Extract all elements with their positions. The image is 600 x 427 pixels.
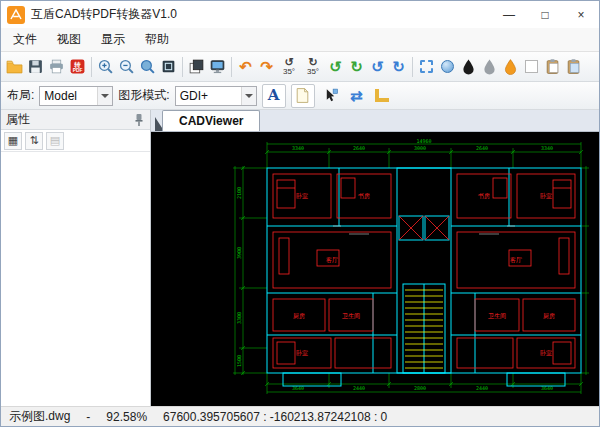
cad-canvas[interactable]: 14960 3340 2640 3000 2640 3340 3640 2440… xyxy=(151,132,599,406)
save-button[interactable] xyxy=(25,54,46,80)
close-button[interactable]: × xyxy=(563,1,599,28)
orange-drop-icon xyxy=(502,58,519,75)
circle-tool-button[interactable] xyxy=(437,54,458,80)
tab-label: CADViewer xyxy=(179,114,243,128)
dimension-label: 3340 xyxy=(292,145,304,151)
status-separator: - xyxy=(86,410,90,424)
rotate-right-label: 35° xyxy=(307,68,319,76)
walls xyxy=(267,168,581,386)
toolbar-separator xyxy=(91,57,92,77)
page-icon xyxy=(294,87,311,104)
toolbar-separator xyxy=(231,57,232,77)
redo-button[interactable]: ↷ xyxy=(256,54,277,80)
fit-window-button[interactable] xyxy=(158,54,179,80)
alphabetic-sort-button[interactable]: ⇅ xyxy=(25,132,43,150)
categorized-view-button[interactable]: ▦ xyxy=(4,132,22,150)
room-label: 卧室 xyxy=(296,349,308,356)
status-coordinates: 67600.395705607 : -160213.87242108 : 0 xyxy=(163,410,387,424)
layout-label: 布局: xyxy=(7,87,34,104)
main-area: 属性 ▦ ⇅ ▤ CADViewer xyxy=(1,110,599,406)
graphics-mode-combobox[interactable]: GDI+ xyxy=(175,86,257,106)
selection-box-button[interactable] xyxy=(416,54,437,80)
room-label: 书房 xyxy=(478,192,490,199)
furniture-accents xyxy=(333,226,515,234)
dimension-label: 2100 xyxy=(236,187,242,199)
menu-view[interactable]: 视图 xyxy=(47,28,91,51)
dimension-label: 2800 xyxy=(414,385,426,391)
rotate-cw-icon: ↻ xyxy=(350,59,363,74)
dimension-label: 3900 xyxy=(236,247,242,259)
dimension-total-label: 14960 xyxy=(416,138,431,144)
toolbar-separator xyxy=(412,57,413,77)
ink-gray-button[interactable] xyxy=(479,54,500,80)
rotate-right-35-button[interactable]: ↻ 35° xyxy=(301,54,325,80)
app-logo-icon xyxy=(7,6,25,24)
corner-marker-button[interactable] xyxy=(372,83,393,109)
blank-swatch-button[interactable] xyxy=(521,54,542,80)
property-pages-button[interactable]: ▤ xyxy=(46,132,64,150)
orbit-left-icon: ↺ xyxy=(371,59,384,74)
room-label: 厨房 xyxy=(293,312,305,319)
print-button[interactable] xyxy=(46,54,67,80)
pick-entity-button[interactable] xyxy=(320,83,341,109)
orbit-left-button[interactable]: ↺ xyxy=(367,54,388,80)
convert-pdf-button[interactable]: 转PDF xyxy=(67,54,88,80)
room-label: 卧室 xyxy=(296,192,308,199)
menu-help[interactable]: 帮助 xyxy=(135,28,179,51)
rotate-left-35-button[interactable]: ↺ 35° xyxy=(277,54,301,80)
maximize-button[interactable]: □ xyxy=(527,1,563,28)
undo-button[interactable]: ↶ xyxy=(235,54,256,80)
main-toolbar: 转PDF ↶ ↷ ↺ 35° ↻ 35° ↺ xyxy=(1,52,599,82)
paste-button[interactable] xyxy=(563,54,584,80)
tab-bar: CADViewer xyxy=(151,110,599,132)
save-icon xyxy=(27,58,44,75)
display-settings-button[interactable] xyxy=(207,54,228,80)
room-label: 卫生间 xyxy=(488,312,506,320)
swap-view-button[interactable]: ⇄ xyxy=(346,83,367,109)
svg-text:PDF: PDF xyxy=(73,68,83,73)
properties-title: 属性 xyxy=(6,111,30,128)
document-area: CADViewer xyxy=(151,110,599,406)
zoom-out-icon xyxy=(118,58,135,75)
rotate-ccw-button[interactable]: ↺ xyxy=(325,54,346,80)
rotate-left-label: 35° xyxy=(283,68,295,76)
dimension-label: 3340 xyxy=(541,145,553,151)
clipboard-icon xyxy=(544,58,561,75)
layers-button[interactable] xyxy=(186,54,207,80)
status-filename: 示例图.dwg xyxy=(9,408,70,425)
rotate-cw-button[interactable]: ↻ xyxy=(346,54,367,80)
graphics-mode-value: GDI+ xyxy=(176,87,241,105)
tab-cadviewer[interactable]: CADViewer xyxy=(162,110,260,131)
pin-icon[interactable] xyxy=(133,113,145,127)
font-a-icon: A xyxy=(268,88,280,103)
open-file-button[interactable] xyxy=(4,54,25,80)
minimize-button[interactable]: — xyxy=(491,1,527,28)
zoom-in-button[interactable] xyxy=(95,54,116,80)
redo-icon: ↷ xyxy=(260,59,273,74)
room-label: 卧室 xyxy=(540,349,552,356)
chevron-down-icon[interactable] xyxy=(241,87,256,105)
font-style-button[interactable]: A xyxy=(262,84,286,108)
ink-black-button[interactable] xyxy=(458,54,479,80)
zoom-in-icon xyxy=(97,58,114,75)
properties-list[interactable] xyxy=(1,152,150,406)
dimension-label: 2440 xyxy=(353,385,365,391)
menu-display[interactable]: 显示 xyxy=(91,28,135,51)
layers-icon xyxy=(188,58,205,75)
room-label: 卫生间 xyxy=(342,312,360,320)
black-drop-icon xyxy=(460,58,477,75)
menu-file[interactable]: 文件 xyxy=(3,28,47,51)
ink-color-button[interactable] xyxy=(500,54,521,80)
elevator-marks xyxy=(399,216,449,240)
properties-panel: 属性 ▦ ⇅ ▤ xyxy=(1,110,151,406)
chevron-down-icon[interactable] xyxy=(97,87,112,105)
copy-button[interactable] xyxy=(542,54,563,80)
zoom-out-button[interactable] xyxy=(116,54,137,80)
menubar: 文件 视图 显示 帮助 xyxy=(1,28,599,52)
background-color-button[interactable] xyxy=(291,84,315,108)
layout-combobox[interactable]: Model xyxy=(39,86,113,106)
orbit-right-button[interactable]: ↻ xyxy=(388,54,409,80)
dimension-label: 3300 xyxy=(236,312,242,324)
zoom-extents-button[interactable] xyxy=(137,54,158,80)
zoom-extents-icon xyxy=(139,58,156,75)
